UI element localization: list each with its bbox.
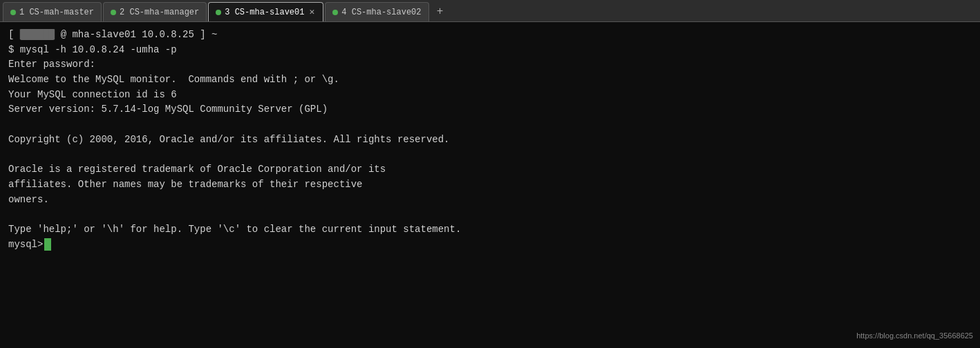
terminal-line-14: Type 'help;' or '\h' for help. Type '\c'… xyxy=(8,224,461,235)
tab-bar: 1 CS-mah-master 2 CS-mha-manager 3 CS-mh… xyxy=(0,0,980,22)
terminal-cursor xyxy=(44,238,51,251)
tab-3-label: 3 CS-mha-slave01 xyxy=(225,8,304,17)
terminal-line-5: Your MySQL connection id is 6 xyxy=(8,89,177,100)
terminal-line-6: Server version: 5.7.14-log MySQL Communi… xyxy=(8,104,328,115)
tab-3[interactable]: 3 CS-mha-slave01 ✕ xyxy=(208,2,323,21)
terminal-line-12: owners. xyxy=(8,194,49,205)
terminal-line-10: Oracle is a registered trademark of Orac… xyxy=(8,164,386,175)
terminal-line-11: affiliates. Other names may be trademark… xyxy=(8,179,362,190)
tab-4-dot xyxy=(332,10,338,15)
terminal-prompt-line: mysql> xyxy=(8,238,972,252)
terminal-line-4: Welcome to the MySQL monitor. Commands e… xyxy=(8,74,339,85)
tab-1[interactable]: 1 CS-mah-master xyxy=(3,2,102,21)
new-tab-button[interactable]: + xyxy=(431,2,450,21)
terminal-line-3: Enter password: xyxy=(8,59,95,70)
tab-2[interactable]: 2 CS-mha-manager xyxy=(103,2,207,21)
terminal-area: [ ██████ @ mha-slave01 10.0.8.25 ] ~ $ m… xyxy=(0,22,980,348)
terminal-line-8: Copyright (c) 2000, 2016, Oracle and/or … xyxy=(8,134,450,145)
tab-2-dot xyxy=(111,10,116,15)
tab-4-label: 4 CS-mha-slave02 xyxy=(341,8,421,17)
tab-1-dot xyxy=(10,10,16,15)
tab-2-label: 2 CS-mha-manager xyxy=(120,8,199,17)
tab-1-label: 1 CS-mah-master xyxy=(19,8,94,17)
tab-3-dot xyxy=(216,10,221,15)
terminal-prompt: mysql> xyxy=(8,238,43,252)
terminal-line-1: [ ██████ @ mha-slave01 10.0.8.25 ] ~ xyxy=(8,29,217,40)
tab-4[interactable]: 4 CS-mha-slave02 xyxy=(325,2,428,21)
terminal-output: [ ██████ @ mha-slave01 10.0.8.25 ] ~ $ m… xyxy=(8,28,972,238)
watermark: https://blog.csdn.net/qq_35668625 xyxy=(856,330,973,342)
terminal-line-2: $ mysql -h 10.0.8.24 -umha -p xyxy=(8,44,177,55)
tab-3-close[interactable]: ✕ xyxy=(308,8,316,17)
